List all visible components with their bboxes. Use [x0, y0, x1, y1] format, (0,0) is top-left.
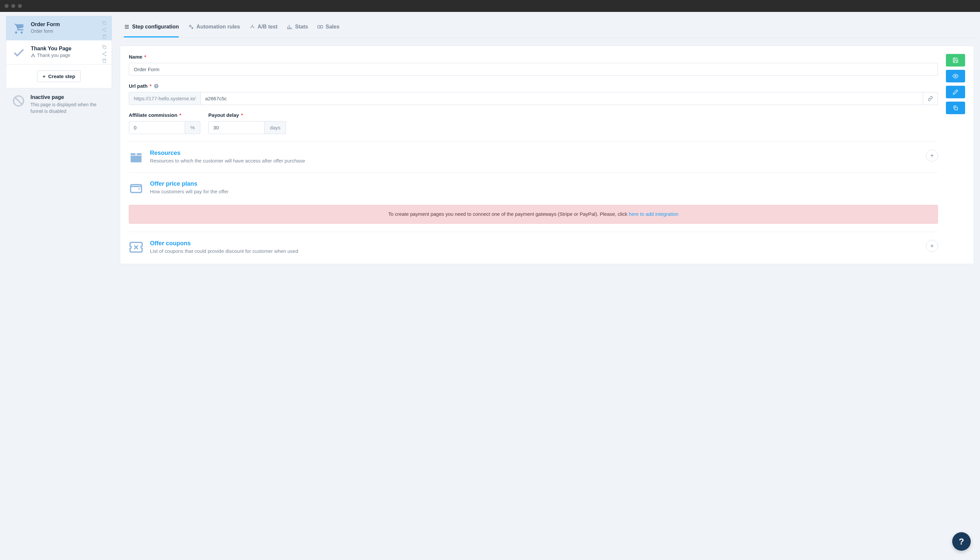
svg-point-6 [103, 53, 103, 55]
tab-ab-test[interactable]: A/B test [249, 16, 277, 37]
payment-alert: To create payment pages you need to conn… [129, 205, 938, 224]
svg-rect-11 [318, 25, 323, 28]
tab-sales[interactable]: Sales [317, 16, 339, 37]
save-icon [953, 57, 958, 63]
price-plans-title: Offer price plans [150, 180, 938, 187]
gears-icon [188, 24, 194, 30]
add-coupon-button[interactable] [926, 240, 938, 252]
payout-suffix: days [265, 121, 286, 134]
tabs: Step configuration Automation rules A/B … [120, 16, 974, 38]
share-icon[interactable] [102, 27, 107, 32]
copy-icon[interactable] [102, 20, 107, 25]
window-dot [5, 4, 8, 8]
inactive-page[interactable]: Inactive page This page is displayed whe… [6, 88, 112, 120]
commission-suffix: % [185, 121, 200, 134]
svg-rect-4 [103, 46, 106, 48]
svg-point-7 [105, 55, 106, 56]
split-icon [249, 24, 255, 30]
list-icon [124, 24, 130, 30]
resources-title: Resources [150, 150, 919, 157]
inactive-desc: This page is displayed when the funnel i… [30, 102, 106, 115]
window-dot [11, 4, 15, 8]
add-integration-link[interactable]: here to add integration [629, 211, 678, 217]
sidebar: Order Form Order form Thank You Page Tha… [6, 16, 112, 554]
step-subtitle: Thank you page [31, 53, 106, 58]
side-actions [946, 54, 965, 256]
add-resource-button[interactable] [926, 150, 938, 162]
price-plans-desc: How customers will pay for the offer [150, 188, 938, 194]
browser-chrome [0, 0, 980, 12]
svg-rect-18 [131, 185, 142, 193]
help-fab[interactable]: ? [952, 532, 971, 551]
plus-icon [929, 153, 935, 158]
svg-point-10 [192, 27, 193, 28]
svg-rect-17 [137, 153, 142, 155]
commission-input[interactable] [129, 121, 185, 134]
name-input[interactable] [129, 63, 938, 76]
money-icon [317, 24, 323, 30]
edit-button[interactable] [946, 86, 965, 98]
window-dot [18, 4, 22, 8]
svg-rect-0 [103, 22, 106, 25]
section-price-plans: Offer price plans How customers will pay… [129, 172, 938, 232]
copy-icon [953, 105, 958, 111]
create-step-container: + Create step [6, 65, 112, 88]
svg-point-12 [320, 27, 321, 27]
tab-automation-rules[interactable]: Automation rules [188, 16, 240, 37]
inactive-title: Inactive page [30, 94, 106, 100]
svg-point-5 [105, 52, 106, 53]
step-thank-you[interactable]: Thank You Page Thank you page [6, 40, 112, 65]
cart-icon [12, 22, 25, 35]
eye-icon [953, 73, 958, 79]
trash-icon[interactable] [102, 34, 107, 39]
duplicate-button[interactable] [946, 102, 965, 114]
share-icon[interactable] [102, 51, 107, 57]
section-resources: Resources Resources to which the custome… [129, 141, 938, 172]
commission-label: Affiliate commission* [129, 112, 200, 118]
url-label: Url path* ? [129, 83, 938, 89]
section-coupons: Offer coupons List of coupons that could… [129, 232, 938, 256]
link-icon [928, 96, 933, 101]
name-label: Name* [129, 54, 938, 60]
plus-icon [929, 243, 935, 248]
svg-point-9 [190, 25, 192, 27]
coupons-title: Offer coupons [150, 240, 919, 247]
wallet-icon [129, 180, 143, 195]
coupon-icon [129, 240, 143, 255]
svg-point-19 [955, 75, 957, 77]
check-icon [12, 46, 25, 59]
bar-chart-icon [287, 24, 293, 30]
svg-point-1 [105, 28, 106, 29]
save-button[interactable] [946, 54, 965, 67]
url-link-button[interactable] [923, 92, 938, 105]
url-input[interactable] [200, 92, 923, 105]
resources-desc: Resources to which the customer will hav… [150, 158, 919, 163]
payout-input[interactable] [208, 121, 265, 134]
step-subtitle: Order form [31, 28, 106, 34]
main-content: Step configuration Automation rules A/B … [120, 16, 974, 554]
step-order-form[interactable]: Order Form Order form [6, 16, 112, 40]
plus-icon: + [43, 73, 46, 79]
trash-icon[interactable] [102, 58, 107, 63]
coupons-desc: List of coupons that could provide disco… [150, 248, 919, 254]
svg-text:?: ? [155, 84, 157, 88]
help-icon[interactable]: ? [153, 83, 159, 89]
box-icon [129, 150, 143, 164]
svg-point-3 [105, 31, 106, 32]
svg-rect-15 [131, 155, 142, 162]
svg-rect-16 [131, 153, 136, 155]
pencil-icon [953, 89, 958, 95]
tab-step-configuration[interactable]: Step configuration [124, 16, 179, 37]
step-title: Order Form [31, 22, 106, 27]
blocked-icon [12, 94, 25, 108]
create-step-button[interactable]: + Create step [37, 70, 81, 82]
config-panel: Name* Url path* ? https://177-hello.syst… [120, 46, 974, 264]
svg-rect-20 [955, 107, 957, 110]
preview-button[interactable] [946, 70, 965, 82]
url-prefix: https://177-hello.systeme.io/ [129, 92, 200, 105]
warning-icon [31, 53, 35, 58]
step-title: Thank You Page [31, 46, 106, 52]
copy-icon[interactable] [102, 44, 107, 50]
svg-point-2 [103, 30, 103, 30]
tab-stats[interactable]: Stats [287, 16, 308, 37]
